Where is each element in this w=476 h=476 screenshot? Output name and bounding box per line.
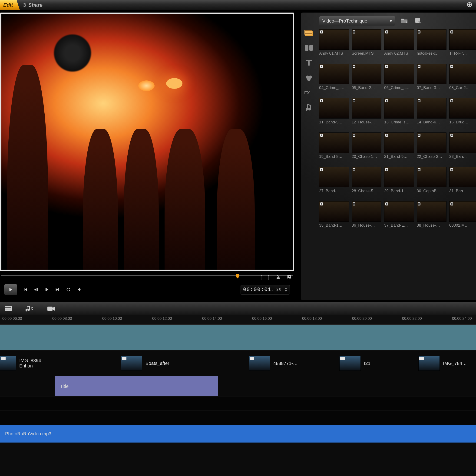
library-clip[interactable]: ▦21_Band-9… bbox=[384, 133, 413, 163]
library-clip[interactable]: ▦20_Chase-1… bbox=[352, 133, 381, 163]
tab-edit[interactable]: Edit bbox=[0, 0, 20, 10]
volume-icon[interactable] bbox=[77, 287, 82, 292]
mark-in-icon[interactable]: [ bbox=[261, 274, 262, 280]
library-clip[interactable]: ▦00002.M… bbox=[449, 201, 476, 232]
library-clip[interactable]: ▦13_Crime_s… bbox=[384, 98, 413, 128]
mark-out-icon[interactable]: ] bbox=[268, 274, 269, 280]
clip-thumbnail: ▦ bbox=[384, 29, 414, 50]
music-track[interactable]: PhotoRaRaVideo.mp3 bbox=[0, 425, 476, 443]
clip-badge-icon: ▦ bbox=[353, 203, 355, 205]
library-clip[interactable]: ▦28_Chase-5… bbox=[352, 167, 381, 197]
clip-badge-icon: ▦ bbox=[450, 203, 453, 205]
clip-badge-icon: ▦ bbox=[385, 99, 388, 102]
title-clip[interactable]: Title bbox=[55, 376, 218, 396]
library-clip[interactable]: ▦15_Drug… bbox=[449, 98, 476, 128]
cut-icon[interactable] bbox=[275, 274, 281, 280]
clip-label: 14_Band-6… bbox=[417, 120, 446, 125]
library-clip[interactable]: ▦14_Band-6… bbox=[417, 98, 446, 128]
library-clip[interactable]: ▦38_House-… bbox=[417, 201, 446, 232]
library-clip[interactable]: ▦11_Band-5… bbox=[319, 98, 348, 128]
import-icon[interactable] bbox=[415, 18, 421, 24]
clip-badge-icon: ▦ bbox=[418, 203, 421, 205]
timeline-ruler[interactable]: 00:00:06.0000:00:08.0000:00:10.0000:00:1… bbox=[0, 315, 476, 325]
library-clip[interactable]: ▦23_Ban… bbox=[449, 133, 476, 163]
video-track[interactable] bbox=[0, 325, 476, 351]
library-clip[interactable]: ▦22_Chase-2… bbox=[417, 133, 446, 163]
tab-share-number: 3 bbox=[23, 2, 26, 8]
timecode-display[interactable]: 00:00:01.28 bbox=[240, 285, 290, 295]
overlay-clip-label: I21 bbox=[364, 361, 371, 366]
clip-thumbnail: ▦ bbox=[319, 64, 349, 84]
library-clip[interactable]: ▦31_Ban… bbox=[449, 167, 476, 197]
clip-badge-icon: ▦ bbox=[353, 65, 355, 68]
audio-tab-icon[interactable] bbox=[306, 104, 312, 112]
timeline-tool-audio-icon[interactable] bbox=[26, 306, 34, 312]
library-clip[interactable]: ▦Screen.MTS bbox=[352, 29, 381, 60]
overlay-clip[interactable]: I21 bbox=[339, 353, 391, 374]
spare-track[interactable] bbox=[0, 411, 476, 425]
frame-fwd-icon[interactable] bbox=[44, 287, 49, 292]
library-clip[interactable]: ▦37_Band-E… bbox=[384, 201, 413, 232]
ruler-tick: 00:00:16.00 bbox=[252, 317, 272, 321]
frame-back-icon[interactable] bbox=[34, 287, 39, 292]
preview-frame[interactable] bbox=[0, 13, 294, 271]
svg-rect-13 bbox=[5, 310, 11, 310]
timeline-tool-storyboard-icon[interactable] bbox=[5, 306, 12, 312]
overlay-clip[interactable]: Boats_after bbox=[121, 353, 184, 374]
overlay-clip[interactable]: IMG_8394 Enhan bbox=[0, 353, 47, 374]
library-clip[interactable]: ▦TTR-Fir… bbox=[449, 29, 476, 60]
library-clip[interactable]: ▦05_Band-2… bbox=[352, 64, 381, 94]
library-folder-dropdown[interactable]: Video—ProTechnique ▾ bbox=[319, 16, 395, 26]
swap-icon[interactable] bbox=[287, 274, 292, 280]
timecode-spinner[interactable] bbox=[285, 288, 287, 292]
tab-share[interactable]: 3 Share bbox=[20, 0, 50, 10]
repeat-icon[interactable] bbox=[66, 287, 71, 292]
graphic-tab-icon[interactable] bbox=[305, 74, 313, 82]
library-clip[interactable]: ▦Andy 01.MTS bbox=[319, 29, 348, 60]
clip-badge-icon: ▦ bbox=[418, 65, 421, 68]
fx-tab-icon[interactable]: FX bbox=[304, 90, 314, 96]
title-tab-icon[interactable] bbox=[306, 59, 312, 66]
library-clip[interactable]: ▦07_Band-3… bbox=[417, 64, 446, 94]
audio-clip-label: PhotoRaRaVideo.mp3 bbox=[5, 431, 51, 437]
library-clip[interactable]: ▦hotcakes-c… bbox=[417, 29, 446, 60]
go-start-icon[interactable] bbox=[23, 287, 28, 292]
play-button[interactable] bbox=[4, 284, 17, 295]
library-clip[interactable]: ▦08_Car-2… bbox=[449, 64, 476, 94]
library-clip[interactable]: ▦04_Crime_s… bbox=[319, 64, 348, 94]
library-clip[interactable]: ▦12_House-… bbox=[352, 98, 381, 128]
clip-thumbnail: ▦ bbox=[352, 133, 381, 153]
scrub-bar[interactable]: [ ] bbox=[1, 275, 293, 281]
media-tab-icon[interactable] bbox=[305, 30, 313, 37]
overlay-track[interactable]: IMG_8394 EnhanBoats_after4888771-…I21IMG… bbox=[0, 351, 476, 376]
clip-thumbnail: ▦ bbox=[417, 201, 446, 222]
clip-label: 28_Chase-5… bbox=[352, 189, 381, 193]
audio-clip[interactable]: PhotoRaRaVideo.mp3 bbox=[0, 425, 476, 442]
library-clip[interactable]: ▦06_Crime_s… bbox=[384, 64, 413, 94]
clip-badge-icon: ▦ bbox=[320, 65, 323, 68]
library-clip[interactable]: ▦35_Band-1… bbox=[319, 201, 348, 232]
go-end-icon[interactable] bbox=[55, 287, 60, 292]
clip-badge-icon: ▦ bbox=[320, 99, 323, 102]
title-track[interactable]: Title bbox=[0, 376, 476, 396]
clip-badge-icon: ▦ bbox=[450, 134, 453, 137]
overlay-clip[interactable]: IMG_784… bbox=[418, 353, 476, 374]
timeline-tool-record-icon[interactable] bbox=[47, 306, 55, 312]
clip-badge-icon: ▦ bbox=[450, 99, 453, 102]
scrub-handle[interactable] bbox=[236, 274, 239, 278]
library-clip[interactable]: ▦19_Band-8… bbox=[319, 133, 348, 163]
library-clip[interactable]: ▦29_Band-1… bbox=[384, 167, 413, 197]
zoom-fit-icon[interactable] bbox=[467, 2, 473, 8]
transition-tab-icon[interactable] bbox=[305, 45, 313, 51]
video-clip[interactable] bbox=[0, 325, 476, 350]
clip-badge-icon: ▦ bbox=[385, 134, 388, 137]
preview-panel: [ ] bbox=[0, 13, 294, 300]
library-clip[interactable]: ▦Andy 02.MTS bbox=[384, 29, 413, 60]
clip-label: 20_Chase-1… bbox=[352, 154, 381, 159]
open-folder-icon[interactable] bbox=[401, 18, 408, 24]
voice-track[interactable] bbox=[0, 396, 476, 411]
library-clip[interactable]: ▦27_Band-… bbox=[319, 167, 348, 197]
library-clip[interactable]: ▦30_CopInB… bbox=[417, 167, 446, 197]
library-clip[interactable]: ▦36_House-… bbox=[352, 201, 381, 232]
overlay-clip[interactable]: 4888771-… bbox=[249, 353, 314, 374]
